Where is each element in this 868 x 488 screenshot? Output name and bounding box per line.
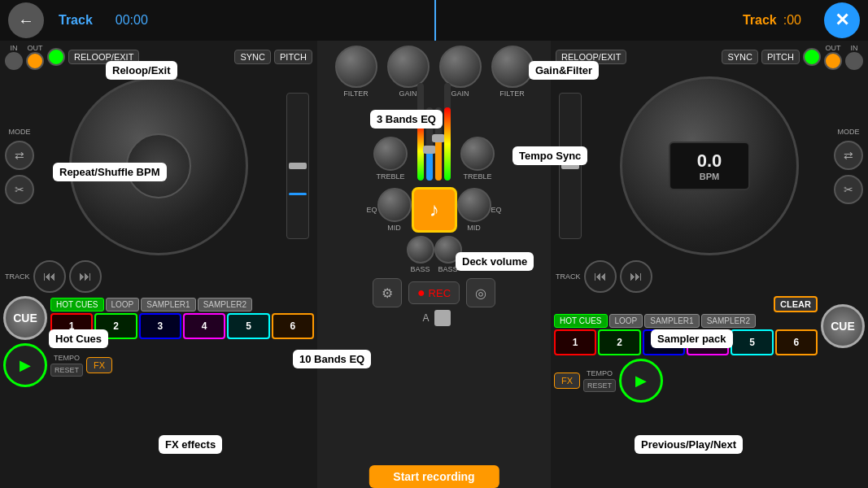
- right-cue-btn[interactable]: CUE: [821, 304, 865, 348]
- right-mode-col: MODE ⇄ ✂: [834, 128, 863, 204]
- right-sync-btn[interactable]: SYNC: [722, 50, 758, 64]
- right-pitch-btn[interactable]: PITCH: [761, 50, 800, 64]
- filter-right-label: FILTER: [499, 89, 524, 98]
- bass-row: BASS BASS: [402, 234, 467, 275]
- knob-bass-left: BASS: [407, 236, 434, 273]
- treble-left-knob[interactable]: [373, 137, 408, 171]
- right-tab-sampler1[interactable]: SAMPLER1: [644, 314, 699, 328]
- start-recording-btn[interactable]: Start recording: [369, 465, 499, 488]
- left-hc-6[interactable]: 6: [272, 313, 314, 339]
- filter-right-knob[interactable]: [491, 46, 534, 88]
- left-play-btn[interactable]: ▶: [3, 343, 47, 387]
- rec-btn[interactable]: ● REC: [408, 281, 460, 304]
- left-in-btn[interactable]: [5, 52, 23, 70]
- left-hc-2[interactable]: 2: [94, 313, 137, 339]
- rec-dot: ●: [417, 285, 425, 300]
- right-fx-btn[interactable]: FX: [554, 373, 580, 389]
- right-next-btn[interactable]: ⏭: [620, 260, 652, 293]
- left-tab-sampler1[interactable]: SAMPLER1: [141, 298, 195, 312]
- volume-fader-area: [417, 107, 451, 181]
- back-button[interactable]: ←: [8, 2, 44, 38]
- right-tab-loop[interactable]: LOOP: [609, 314, 643, 328]
- left-reloop-btn[interactable]: RELOOP/EXIT: [68, 50, 139, 64]
- right-hc-4[interactable]: 4: [687, 329, 729, 355]
- left-tempo-label: TEMPO: [54, 354, 80, 362]
- left-pitch-slider[interactable]: [286, 93, 309, 239]
- left-jog-wheel[interactable]: [69, 76, 248, 255]
- gain-left-knob[interactable]: [387, 46, 430, 88]
- left-track-controls: TRACK ⏮ ⏭: [0, 259, 317, 294]
- right-hc-5[interactable]: 5: [731, 329, 773, 355]
- left-reset-btn[interactable]: RESET: [50, 364, 83, 377]
- left-track-label: TRACK: [5, 272, 30, 281]
- bass-left-knob[interactable]: [407, 236, 434, 264]
- right-pitch-slider[interactable]: [559, 93, 582, 239]
- sampler-btn[interactable]: ♪: [412, 187, 457, 233]
- right-track-controls: TRACK ⏮ ⏭: [551, 259, 868, 294]
- right-hc-3[interactable]: 3: [643, 329, 685, 355]
- left-tab-hotcues[interactable]: HOT CUES: [50, 298, 104, 312]
- eq-icon-btn[interactable]: ⚙: [373, 278, 402, 307]
- mid-row: EQ MID ♪ MID EQ: [361, 185, 506, 234]
- right-mode-btn1[interactable]: ⇄: [834, 141, 863, 170]
- bass-right-knob[interactable]: [434, 236, 462, 264]
- target-icon-btn[interactable]: ◎: [466, 278, 495, 307]
- bpm-value: 0.0: [697, 150, 722, 172]
- fader-right-track[interactable]: [435, 107, 442, 181]
- right-mode-btn2[interactable]: ✂: [834, 175, 863, 204]
- left-signal-btn[interactable]: [47, 48, 65, 66]
- right-signal-btn[interactable]: [803, 48, 821, 66]
- right-tab-sampler2[interactable]: SAMPLER2: [701, 314, 756, 328]
- left-mode-btn2[interactable]: ✂: [5, 175, 34, 204]
- right-jog-wheel[interactable]: 0.0 BPM: [620, 76, 799, 255]
- right-hc-6[interactable]: 6: [775, 329, 818, 355]
- right-tab-hotcues[interactable]: HOT CUES: [554, 314, 608, 328]
- left-hc-5[interactable]: 5: [227, 313, 269, 339]
- clear-btn[interactable]: CLEAR: [774, 296, 818, 312]
- left-mode-btn1[interactable]: ⇄: [5, 141, 34, 170]
- left-hc-4[interactable]: 4: [183, 313, 225, 339]
- gain-right-knob[interactable]: [439, 46, 482, 88]
- left-out-btn[interactable]: [26, 52, 44, 70]
- left-fx-btn[interactable]: FX: [86, 357, 112, 373]
- right-mode-label: MODE: [834, 128, 863, 136]
- left-pitch-btn[interactable]: PITCH: [274, 50, 312, 64]
- left-sync-btn[interactable]: SYNC: [234, 50, 271, 64]
- left-mode-label: MODE: [5, 128, 34, 136]
- right-reloop-btn[interactable]: RELOOP/EXIT: [556, 50, 626, 64]
- left-tab-sampler2[interactable]: SAMPLER2: [198, 298, 252, 312]
- track-label-left: Track: [59, 13, 93, 28]
- track-time-right: :00: [783, 13, 801, 28]
- left-hc-3[interactable]: 3: [139, 313, 181, 339]
- mid-right-label: MID: [467, 224, 481, 232]
- vu-right: [444, 83, 451, 181]
- left-tab-loop[interactable]: LOOP: [106, 298, 140, 312]
- right-hc-2[interactable]: 2: [598, 329, 640, 355]
- mid-left-label: MID: [387, 224, 401, 232]
- left-cue-btn[interactable]: CUE: [3, 296, 47, 340]
- left-bottom-row: ▶ TEMPO RESET FX: [0, 342, 317, 389]
- right-jog-area: 0.0 BPM MODE ⇄ ✂: [551, 73, 868, 259]
- right-play-btn[interactable]: ▶: [619, 359, 663, 403]
- left-hc-1[interactable]: 1: [50, 313, 93, 339]
- right-in-btn[interactable]: [845, 52, 863, 70]
- fader-left-track[interactable]: [426, 107, 433, 181]
- left-prev-btn[interactable]: ⏮: [33, 260, 66, 293]
- mixer-top-knobs: FILTER GAIN GAIN FILTER: [329, 41, 540, 102]
- mid-left-knob[interactable]: [377, 188, 412, 222]
- knob-treble-right: TREBLE: [460, 137, 495, 181]
- left-pitch-mark: [289, 193, 307, 195]
- right-prev-btn[interactable]: ⏮: [584, 260, 617, 293]
- left-next-btn[interactable]: ⏭: [69, 260, 102, 293]
- filter-left-knob[interactable]: [335, 46, 377, 88]
- mid-right-knob[interactable]: [457, 188, 491, 222]
- mixer-btn-row: ⚙ ● REC ◎: [366, 275, 502, 311]
- right-reset-btn[interactable]: RESET: [583, 379, 616, 392]
- right-hotcue-grid: 1 2 3 4 5 6: [554, 329, 818, 355]
- close-button[interactable]: ✕: [824, 2, 860, 38]
- right-hc-1[interactable]: 1: [554, 329, 596, 355]
- treble-right-knob[interactable]: [460, 137, 495, 171]
- right-out-btn[interactable]: [824, 52, 842, 70]
- knob-filter-right: FILTER: [491, 46, 534, 98]
- right-bottom-row: FX TEMPO RESET ▶: [551, 357, 868, 404]
